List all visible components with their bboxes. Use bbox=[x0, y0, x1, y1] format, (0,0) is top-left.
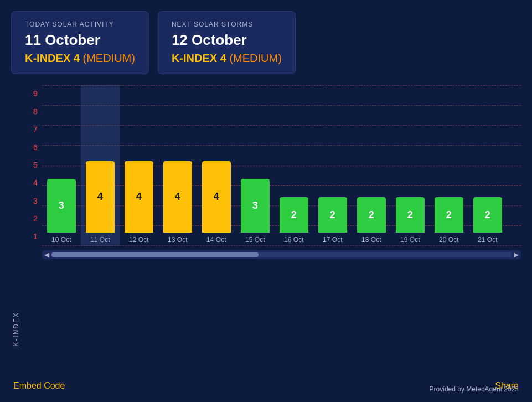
bar-date-label: 20 Oct bbox=[439, 236, 458, 246]
provided-by: Provided by MeteoAgent 2023 bbox=[430, 385, 519, 393]
bar-group: 315 Oct bbox=[236, 85, 275, 246]
bar: 4 bbox=[202, 161, 231, 233]
bar: 2 bbox=[435, 197, 463, 233]
bar-group: 217 Oct bbox=[313, 85, 352, 246]
scrollbar-right-arrow[interactable]: ▶ bbox=[514, 251, 519, 259]
y-label-3: 3 bbox=[33, 193, 38, 209]
bar-group: 219 Oct bbox=[391, 85, 430, 246]
chart-body: 310 Oct411 Oct412 Oct413 Oct414 Oct315 O… bbox=[42, 85, 521, 374]
bar-group: 220 Oct bbox=[430, 85, 468, 246]
scrollbar-track bbox=[51, 252, 512, 257]
y-label-6: 6 bbox=[33, 139, 38, 156]
bar-date-label: 18 Oct bbox=[361, 236, 381, 246]
main-container: TODAY SOLAR ACTIVITY 11 October K-INDEX … bbox=[0, 0, 532, 402]
info-row: TODAY SOLAR ACTIVITY 11 October K-INDEX … bbox=[11, 11, 521, 74]
y-label-7: 7 bbox=[33, 121, 38, 138]
bar-date-label: 14 Oct bbox=[206, 236, 226, 246]
bar-date-label: 19 Oct bbox=[400, 236, 420, 246]
scrollbar-left-arrow[interactable]: ◀ bbox=[44, 251, 49, 259]
bar-group: 221 Oct bbox=[468, 85, 507, 246]
y-label-2: 2 bbox=[33, 210, 38, 227]
embed-code-button[interactable]: Embed Code bbox=[13, 381, 65, 391]
next-card-date: 12 October bbox=[172, 32, 282, 49]
bar-date-label: 21 Oct bbox=[478, 236, 497, 246]
y-label-1: 1 bbox=[33, 228, 38, 245]
bar: 3 bbox=[47, 179, 76, 233]
y-label-4: 4 bbox=[33, 174, 38, 191]
next-card: NEXT SOLAR STORMS 12 October K-INDEX 4 (… bbox=[158, 11, 296, 74]
bar-group: 414 Oct bbox=[197, 85, 236, 246]
bar-group: 218 Oct bbox=[352, 85, 391, 246]
bar: 2 bbox=[396, 197, 425, 233]
k-index-y-label: K-INDEX bbox=[12, 312, 20, 347]
bar-group: 411 Oct bbox=[81, 85, 120, 246]
next-k-index-bold: K-INDEX 4 bbox=[172, 52, 226, 64]
bar: 3 bbox=[241, 179, 270, 233]
today-card: TODAY SOLAR ACTIVITY 11 October K-INDEX … bbox=[11, 11, 149, 74]
bar: 4 bbox=[163, 161, 192, 233]
today-k-index-level: (MEDIUM) bbox=[82, 52, 135, 64]
bar-date-label: 13 Oct bbox=[168, 236, 187, 246]
y-axis: 9 8 7 6 5 4 3 2 1 bbox=[33, 85, 38, 246]
scrollbar-thumb bbox=[51, 252, 259, 257]
bar-date-label: 12 Oct bbox=[129, 236, 148, 246]
bars-grid-area: 310 Oct411 Oct412 Oct413 Oct414 Oct315 O… bbox=[42, 85, 521, 246]
today-card-index: K-INDEX 4 (MEDIUM) bbox=[25, 52, 135, 65]
today-k-index-bold: K-INDEX 4 bbox=[25, 52, 80, 64]
bar-group: 412 Oct bbox=[120, 85, 158, 246]
bar: 2 bbox=[280, 197, 308, 233]
bar-date-label: 10 Oct bbox=[51, 236, 71, 246]
bar-date-label: 15 Oct bbox=[245, 236, 265, 246]
next-card-index: K-INDEX 4 (MEDIUM) bbox=[172, 52, 282, 65]
y-label-9: 9 bbox=[33, 85, 38, 102]
bar-group: 216 Oct bbox=[275, 85, 313, 246]
bar: 2 bbox=[473, 197, 502, 233]
bar-date-label: 11 Oct bbox=[90, 236, 110, 246]
chart-section: 9 8 7 6 5 4 3 2 1 bbox=[33, 85, 521, 374]
bar-date-label: 16 Oct bbox=[284, 236, 303, 246]
bar: 4 bbox=[125, 161, 153, 233]
bar-group: 310 Oct bbox=[42, 85, 81, 246]
today-card-label: TODAY SOLAR ACTIVITY bbox=[25, 20, 135, 28]
bars-row: 310 Oct411 Oct412 Oct413 Oct414 Oct315 O… bbox=[42, 85, 521, 246]
bar: 4 bbox=[86, 161, 115, 233]
bar-group: 413 Oct bbox=[158, 85, 197, 246]
bar: 2 bbox=[318, 197, 347, 233]
next-card-label: NEXT SOLAR STORMS bbox=[172, 20, 282, 28]
scrollbar[interactable]: ◀ ▶ bbox=[42, 250, 521, 259]
next-k-index-level: (MEDIUM) bbox=[229, 52, 281, 64]
bar-date-label: 17 Oct bbox=[323, 236, 342, 246]
y-label-5: 5 bbox=[33, 157, 38, 173]
bar: 2 bbox=[357, 197, 386, 233]
y-label-8: 8 bbox=[33, 103, 38, 120]
today-card-date: 11 October bbox=[25, 32, 135, 49]
